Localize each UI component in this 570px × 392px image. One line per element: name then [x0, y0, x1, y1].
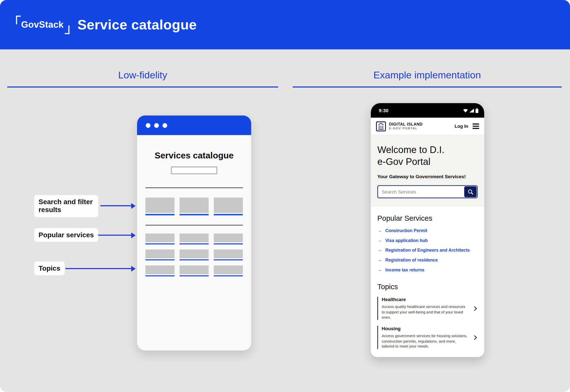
- wireframe-result-block: [145, 197, 175, 215]
- wireframe-divider: [145, 187, 243, 188]
- wireframe-window-bar: [137, 115, 251, 135]
- wireframe-result-block: [214, 197, 243, 215]
- topic-description: Access government services for housing s…: [382, 333, 469, 349]
- popular-service-item[interactable]: →Visa application hub: [377, 238, 478, 243]
- topic-description: Access quality healthcare services and r…: [382, 304, 469, 320]
- wireframe-grid-row: [145, 249, 243, 260]
- search-input[interactable]: [377, 185, 478, 198]
- app-header: GovStack Service catalogue: [0, 0, 570, 49]
- portal-identity: DIGITAL ISLAND E-GOV PORTAL: [389, 122, 423, 131]
- org-name: DIGITAL ISLAND: [389, 122, 423, 127]
- arrow-right-icon: →: [377, 257, 382, 262]
- popular-service-item[interactable]: →Income tax returns: [377, 267, 478, 272]
- topic-title: Healthcare: [382, 297, 469, 302]
- wireframe-grid-block: [214, 249, 243, 260]
- wireframe-title: Services catalogue: [137, 150, 251, 160]
- annotation-arrow-icon: [65, 268, 131, 269]
- wireframe-grid-block: [214, 234, 243, 244]
- window-dot-icon: [154, 123, 159, 128]
- portal-content: Popular Services →Construction Permit →V…: [371, 207, 484, 357]
- wireframe-search-results-row: [145, 197, 243, 215]
- wifi-icon: [463, 109, 468, 112]
- column-rule-left: [7, 87, 278, 87]
- topic-text: Healthcare Access quality healthcare ser…: [382, 297, 473, 320]
- portal-navbar: DIGITAL ISLAND E-GOV PORTAL Log In: [371, 118, 484, 135]
- popular-service-link[interactable]: Registration of Engineers and Architects: [385, 247, 470, 253]
- arrow-right-icon: →: [377, 267, 382, 272]
- status-time: 9:30: [379, 108, 388, 113]
- welcome-title-line2: e-Gov Portal: [377, 156, 430, 167]
- arrow-right-icon: →: [377, 247, 382, 253]
- popular-services-list: →Construction Permit →Visa application h…: [377, 228, 478, 272]
- chevron-right-icon[interactable]: [472, 306, 477, 311]
- annotation-search-filter: Search and filter results: [34, 195, 98, 217]
- cellular-icon: [469, 109, 474, 112]
- topic-text: Housing Access government services for h…: [382, 326, 473, 349]
- welcome-title-line1: Welcome to D.I.: [377, 144, 444, 155]
- chevron-right-icon[interactable]: [472, 335, 477, 340]
- wireframe-grid-block: [145, 249, 175, 260]
- welcome-title: Welcome to D.I.e-Gov Portal: [377, 144, 478, 168]
- status-bar: 9:30: [371, 103, 484, 118]
- example-phone: 9:30 DIGITAL ISLAND E-GOV PORTAL Log In: [371, 103, 484, 357]
- org-subtitle: E-GOV PORTAL: [389, 127, 423, 130]
- wireframe-grid-block: [180, 265, 209, 276]
- column-rule-right: [293, 87, 562, 87]
- govstack-logo: GovStack: [16, 15, 70, 34]
- annotation-topics: Topics: [34, 261, 65, 275]
- topic-card-healthcare[interactable]: Healthcare Access quality healthcare ser…: [377, 297, 478, 320]
- page-inner: GovStack Service catalogue Low-fidelity …: [0, 0, 570, 392]
- wireframe-divider: [145, 225, 243, 226]
- popular-service-item[interactable]: →Registration of Engineers and Architect…: [377, 247, 478, 253]
- wireframe-grid-block: [180, 234, 209, 244]
- wireframe-grid-block: [145, 265, 175, 276]
- wireframe-result-block: [180, 197, 209, 215]
- search-icon: [467, 189, 474, 195]
- wireframe-grid-row: [145, 234, 243, 244]
- welcome-subtitle: Your Gateway to Government Services!: [377, 174, 478, 179]
- wireframe-phone: Services catalogue: [137, 115, 251, 350]
- logo-bracket-top-left-icon: [16, 15, 21, 24]
- topic-title: Housing: [382, 326, 469, 331]
- welcome-section: Welcome to D.I.e-Gov Portal Your Gateway…: [371, 135, 484, 207]
- topics-heading: Topics: [377, 283, 478, 291]
- battery-icon: [475, 108, 478, 113]
- hamburger-menu-icon[interactable]: [473, 124, 479, 129]
- column-title-example-implementation: Example implementation: [293, 70, 562, 81]
- popular-service-link[interactable]: Construction Permit: [385, 228, 427, 233]
- annotation-arrow-icon: [98, 235, 132, 236]
- govstack-logo-text: GovStack: [21, 19, 64, 29]
- page: GovStack Service catalogue Low-fidelity …: [0, 0, 570, 392]
- wireframe-grid-row: [145, 265, 243, 276]
- status-icons: [463, 108, 478, 113]
- login-button[interactable]: Log In: [454, 124, 468, 129]
- popular-service-item[interactable]: →Registration of residence: [377, 257, 478, 262]
- topic-card-housing[interactable]: Housing Access government services for h…: [377, 326, 478, 349]
- annotation-arrow-icon: [100, 205, 132, 206]
- arrow-right-icon: →: [377, 238, 382, 243]
- window-dot-icon: [163, 123, 167, 128]
- arrow-right-icon: →: [377, 228, 382, 233]
- wireframe-grid-block: [214, 265, 243, 276]
- wireframe-grid-block: [145, 234, 175, 244]
- popular-service-link[interactable]: Income tax returns: [385, 267, 425, 272]
- popular-service-item[interactable]: →Construction Permit: [377, 228, 478, 233]
- annotation-popular-services: Popular services: [34, 228, 98, 242]
- popular-service-link[interactable]: Registration of residence: [385, 257, 438, 262]
- wireframe-grid-block: [180, 249, 209, 260]
- popular-services-heading: Popular Services: [377, 214, 478, 223]
- government-building-icon: [376, 121, 386, 131]
- search-bar: [377, 185, 478, 198]
- logo-bracket-bottom-right-icon: [65, 25, 69, 34]
- search-button[interactable]: [464, 186, 476, 197]
- wireframe-search-box: [171, 166, 217, 174]
- page-title: Service catalogue: [77, 17, 197, 32]
- window-dot-icon: [146, 123, 150, 128]
- popular-service-link[interactable]: Visa application hub: [385, 238, 428, 243]
- column-title-low-fidelity: Low-fidelity: [7, 70, 278, 81]
